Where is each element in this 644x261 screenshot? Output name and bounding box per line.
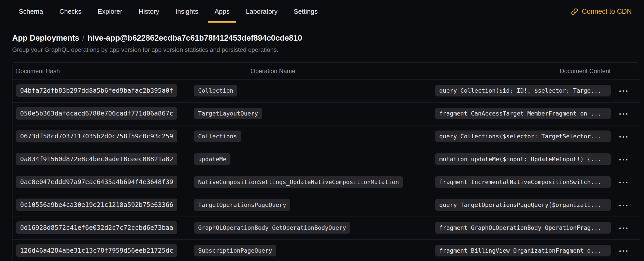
table-row: 04bfa72dfb83b297dd8a5b6fed9bafac2b395a0f… (12, 79, 640, 102)
nav-tab-checks[interactable]: Checks (53, 0, 88, 23)
column-header-document-hash: Document Hash (16, 68, 194, 75)
nav-tab-settings[interactable]: Settings (287, 0, 324, 23)
operation-name-value: Collections (194, 130, 241, 142)
breadcrumb-separator: / (82, 34, 85, 42)
row-menu-button[interactable] (616, 224, 631, 232)
ellipsis-icon (619, 249, 628, 253)
ellipsis-icon (619, 204, 628, 207)
app-deployment-detail: App Deployments/hive-app@b622862ecdba7c6… (0, 23, 644, 261)
operation-name-value: NativeCompositionSettings_UpdateNativeCo… (194, 176, 403, 188)
ellipsis-icon (619, 112, 628, 116)
row-menu-button[interactable] (616, 133, 631, 141)
document-hash-value: 0d16928d8572c41ef6e032d2c7c72ccbd6e73baa (16, 221, 177, 234)
document-content-preview: fragment IncrementalNativeCompositionSwi… (435, 176, 611, 188)
documents-table: Document Hash Operation Name Document Co… (12, 62, 640, 261)
document-hash-value: 0c10556a9be4ca30e19e21c1218a592b75e63366 (16, 199, 177, 211)
row-menu-button[interactable] (616, 110, 631, 118)
nav-tab-laboratory[interactable]: Laboratory (239, 0, 284, 23)
operation-name-value: GraphQLOperationBody_GetOperationBodyQue… (194, 222, 350, 234)
connect-to-cdn-label: Connect to CDN (582, 8, 632, 15)
page-subtitle: Group your GraphQL operations by app ver… (12, 46, 640, 53)
document-content-preview: query TargetOperationsPageQuery($organiz… (435, 199, 611, 211)
document-hash-value: 0ac8e047eddd97a97eac6435a4b694f4e3648f39 (16, 176, 177, 188)
nav-tab-apps[interactable]: Apps (208, 0, 236, 23)
connect-to-cdn-button[interactable]: Connect to CDN (571, 8, 632, 15)
ellipsis-icon (619, 158, 628, 162)
ellipsis-icon (619, 181, 628, 185)
column-header-document-content: Document Content (435, 68, 611, 75)
document-content-preview: mutation updateMe($input: UpdateMeInput!… (435, 153, 611, 165)
breadcrumb-root: App Deployments (12, 34, 79, 42)
top-navigation: Schema Checks Explorer History Insights … (0, 0, 644, 23)
table-row: 0d16928d8572c41ef6e032d2c7c72ccbd6e73baa… (12, 217, 640, 239)
row-menu-button[interactable] (616, 202, 631, 209)
operation-name-value: SubscriptionPageQuery (194, 245, 276, 256)
document-hash-value: 126d46a4284abe31c13c78f7959d56eeb21725dc (16, 244, 177, 257)
table-row: 126d46a4284abe31c13c78f7959d56eeb21725dc… (12, 239, 640, 261)
document-hash-value: 0673df58cd7037117035b2d0c758f59c0c93c259 (16, 130, 177, 142)
nav-tab-history[interactable]: History (132, 0, 166, 23)
ellipsis-icon (619, 135, 628, 139)
row-menu-button[interactable] (616, 87, 631, 95)
document-hash-value: 0a834f91560d872e8c4bec0ade18ceec88821a82 (16, 153, 177, 165)
document-content-preview: fragment BillingView_OrganizationFragmen… (435, 245, 611, 256)
nav-tabs: Schema Checks Explorer History Insights … (12, 0, 324, 23)
nav-tab-insights[interactable]: Insights (169, 0, 205, 23)
table-row: 0a834f91560d872e8c4bec0ade18ceec88821a82… (12, 148, 640, 171)
document-content-preview: fragment CanAccessTarget_MemberFragment … (435, 108, 611, 119)
table-row: 0673df58cd7037117035b2d0c758f59c0c93c259… (12, 125, 640, 148)
operation-name-value: Collection (194, 85, 237, 96)
table-row: 050e5b363dafdcacd6780e706cadf771d06a867c… (12, 102, 640, 125)
document-content-preview: query Collections($selector: TargetSelec… (435, 130, 611, 142)
table-row: 0c10556a9be4ca30e19e21c1218a592b75e63366… (12, 194, 640, 217)
table-row: 0ac8e047eddd97a97eac6435a4b694f4e3648f39… (12, 171, 640, 194)
ellipsis-icon (619, 226, 628, 230)
ellipsis-icon (619, 89, 628, 93)
operation-name-value: updateMe (194, 153, 230, 165)
document-hash-value: 050e5b363dafdcacd6780e706cadf771d06a867c (16, 107, 177, 120)
link-icon (571, 8, 578, 15)
operation-name-value: TargetLayoutQuery (194, 108, 262, 119)
nav-tab-explorer[interactable]: Explorer (91, 0, 129, 23)
row-menu-button[interactable] (616, 179, 631, 186)
column-header-operation-name: Operation Name (194, 68, 435, 75)
table-header-row: Document Hash Operation Name Document Co… (12, 63, 640, 79)
document-hash-value: 04bfa72dfb83b297dd8a5b6fed9bafac2b395a0f (16, 84, 177, 97)
breadcrumb-current-app: hive-app@b622862ecdba7c61b78f412453def89… (87, 34, 302, 42)
row-menu-button[interactable] (616, 247, 631, 255)
nav-tab-schema[interactable]: Schema (12, 0, 50, 23)
operation-name-value: TargetOperationsPageQuery (194, 199, 290, 211)
document-content-preview: query Collection($id: ID!, $selector: Ta… (435, 85, 611, 96)
breadcrumb: App Deployments/hive-app@b622862ecdba7c6… (12, 34, 640, 43)
row-menu-button[interactable] (616, 156, 631, 164)
document-content-preview: fragment GraphQLOperationBody_OperationF… (435, 222, 611, 234)
